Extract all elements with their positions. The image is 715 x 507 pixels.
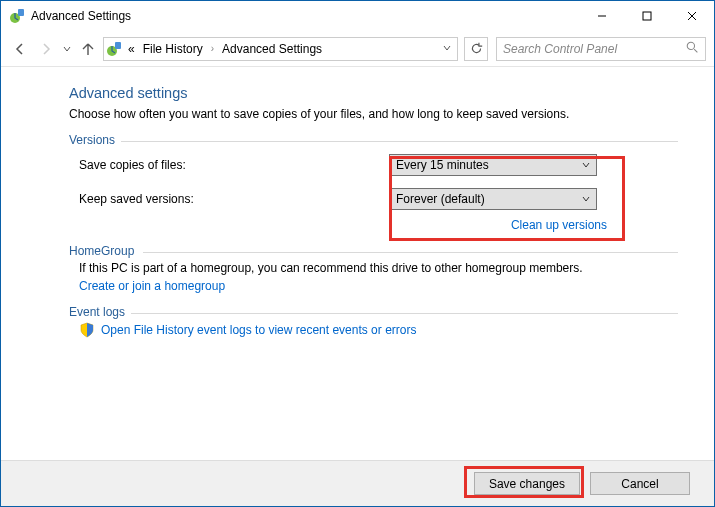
keep-versions-label: Keep saved versions: <box>69 192 389 206</box>
versions-group: Versions Save copies of files: Every 15 … <box>69 141 678 232</box>
save-changes-button[interactable]: Save changes <box>474 472 580 495</box>
save-copies-dropdown[interactable]: Every 15 minutes <box>389 154 597 176</box>
content-area: Advanced settings Choose how often you w… <box>1 67 714 460</box>
address-bar[interactable]: « File History › Advanced Settings <box>103 37 458 61</box>
search-icon <box>686 41 699 57</box>
refresh-button[interactable] <box>464 37 488 61</box>
cleanup-versions-link[interactable]: Clean up versions <box>511 218 607 232</box>
address-dropdown-icon[interactable] <box>439 43 455 54</box>
window-frame: Advanced Settings « File History › Adva <box>0 0 715 507</box>
page-description: Choose how often you want to save copies… <box>69 107 678 121</box>
cancel-button[interactable]: Cancel <box>590 472 690 495</box>
chevron-right-icon[interactable]: › <box>209 43 216 54</box>
chevron-down-icon <box>582 160 590 171</box>
svg-rect-1 <box>18 9 24 16</box>
versions-group-label: Versions <box>69 133 121 147</box>
search-placeholder: Search Control Panel <box>503 42 617 56</box>
titlebar: Advanced Settings <box>1 1 714 31</box>
app-icon <box>9 8 25 24</box>
svg-point-8 <box>687 42 694 49</box>
open-event-logs-link[interactable]: Open File History event logs to view rec… <box>101 323 416 337</box>
minimize-button[interactable] <box>579 1 624 31</box>
keep-versions-value: Forever (default) <box>396 192 485 206</box>
window-controls <box>579 1 714 31</box>
footer-bar: Save changes Cancel <box>1 460 714 506</box>
homegroup-group: HomeGroup If this PC is part of a homegr… <box>69 252 678 293</box>
shield-icon <box>79 322 95 338</box>
eventlogs-group: Event logs Open File History event logs … <box>69 313 678 338</box>
location-icon <box>106 41 122 57</box>
svg-rect-7 <box>115 42 121 49</box>
eventlogs-group-label: Event logs <box>69 305 131 319</box>
save-copies-label: Save copies of files: <box>69 158 389 172</box>
close-button[interactable] <box>669 1 714 31</box>
keep-versions-dropdown[interactable]: Forever (default) <box>389 188 597 210</box>
breadcrumb-prefix: « <box>126 42 137 56</box>
recent-dropdown-icon[interactable] <box>61 38 73 60</box>
svg-line-9 <box>694 49 697 52</box>
page-title: Advanced settings <box>69 85 678 101</box>
back-button[interactable] <box>9 38 31 60</box>
create-homegroup-link[interactable]: Create or join a homegroup <box>79 279 225 293</box>
maximize-button[interactable] <box>624 1 669 31</box>
search-input[interactable]: Search Control Panel <box>496 37 706 61</box>
breadcrumb-item[interactable]: Advanced Settings <box>220 42 324 56</box>
nav-bar: « File History › Advanced Settings Searc… <box>1 31 714 67</box>
chevron-down-icon <box>582 194 590 205</box>
breadcrumb-item[interactable]: File History <box>141 42 205 56</box>
forward-button[interactable] <box>35 38 57 60</box>
save-copies-value: Every 15 minutes <box>396 158 489 172</box>
window-title: Advanced Settings <box>31 9 579 23</box>
homegroup-group-label: HomeGroup <box>69 244 140 258</box>
homegroup-description: If this PC is part of a homegroup, you c… <box>69 261 678 275</box>
up-button[interactable] <box>77 38 99 60</box>
svg-rect-3 <box>643 12 651 20</box>
